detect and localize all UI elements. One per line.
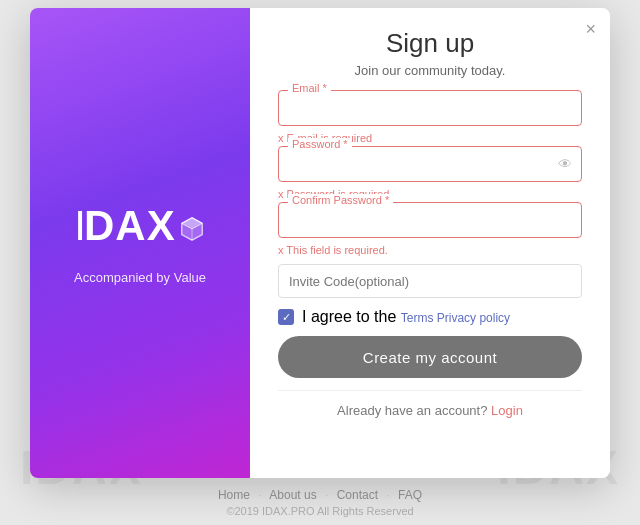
already-text: Already have an account? xyxy=(337,403,487,418)
footer-faq-link[interactable]: FAQ xyxy=(398,488,422,502)
confirm-password-field-wrapper: Confirm Password * xyxy=(278,202,582,238)
agree-static-text: I agree to the xyxy=(302,308,401,325)
signup-modal: I DAX Accompanied by Value × Sig xyxy=(30,8,610,478)
tagline: Accompanied by Value xyxy=(74,270,206,285)
footer: Home · About us · Contact · FAQ ©2019 ID… xyxy=(218,488,422,517)
confirm-password-error: x This field is required. xyxy=(278,244,582,256)
logo: I DAX xyxy=(74,202,205,250)
logo-dax: DAX xyxy=(84,202,176,250)
footer-about-link[interactable]: About us xyxy=(269,488,316,502)
logo-i: I xyxy=(74,202,84,250)
create-account-button[interactable]: Create my account xyxy=(278,336,582,378)
confirm-password-label: Confirm Password * xyxy=(288,194,393,206)
close-button[interactable]: × xyxy=(585,20,596,38)
checkmark-icon: ✓ xyxy=(282,311,291,324)
agree-checkbox[interactable]: ✓ xyxy=(278,309,294,325)
password-field-wrapper: Password * 👁 xyxy=(278,146,582,182)
sep-3: · xyxy=(386,488,389,502)
eye-icon[interactable]: 👁 xyxy=(558,156,572,172)
sep-2: · xyxy=(325,488,328,502)
footer-home-link[interactable]: Home xyxy=(218,488,250,502)
login-row: Already have an account? Login xyxy=(278,403,582,418)
password-input-wrapper: 👁 xyxy=(278,146,582,182)
form-title: Sign up xyxy=(278,28,582,59)
invite-code-input[interactable] xyxy=(278,264,582,298)
password-input[interactable] xyxy=(278,146,582,182)
password-label: Password * xyxy=(288,138,352,150)
terms-privacy-link[interactable]: Terms Privacy policy xyxy=(401,311,510,325)
email-input[interactable] xyxy=(278,90,582,126)
page-wrapper: IDAX IDAX I DAX Ac xyxy=(0,0,640,525)
email-field-wrapper: Email * xyxy=(278,90,582,126)
logo-cube-icon xyxy=(178,214,206,242)
sep-1: · xyxy=(258,488,261,502)
logo-container: I DAX Accompanied by Value xyxy=(74,202,206,285)
email-label: Email * xyxy=(288,82,331,94)
divider xyxy=(278,390,582,391)
right-panel: × Sign up Join our community today. Emai… xyxy=(250,8,610,478)
agree-text: I agree to the Terms Privacy policy xyxy=(302,308,510,326)
confirm-password-input[interactable] xyxy=(278,202,582,238)
footer-copyright: ©2019 IDAX.PRO All Rights Reserved xyxy=(218,505,422,517)
agree-row: ✓ I agree to the Terms Privacy policy xyxy=(278,308,582,326)
form-subtitle: Join our community today. xyxy=(278,63,582,78)
footer-contact-link[interactable]: Contact xyxy=(337,488,378,502)
login-link[interactable]: Login xyxy=(491,403,523,418)
footer-links: Home · About us · Contact · FAQ xyxy=(218,488,422,502)
left-panel: I DAX Accompanied by Value xyxy=(30,8,250,478)
